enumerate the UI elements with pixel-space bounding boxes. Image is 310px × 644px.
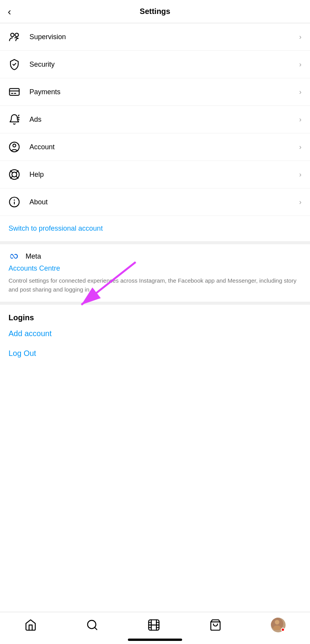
supervision-label: Supervision [29, 33, 299, 41]
menu-item-security[interactable]: Security › [0, 51, 310, 78]
account-label: Account [29, 143, 299, 151]
notification-dot [281, 628, 285, 632]
chevron-icon: › [299, 171, 301, 179]
security-label: Security [29, 60, 299, 69]
nav-home[interactable] [24, 619, 37, 631]
svg-line-16 [17, 177, 18, 178]
about-label: About [29, 198, 299, 206]
menu-item-help[interactable]: Help › [0, 161, 310, 188]
about-icon [9, 196, 26, 208]
chevron-icon: › [299, 33, 301, 41]
payments-label: Payments [29, 88, 299, 96]
logout-link[interactable]: Log Out [9, 349, 301, 358]
ads-label: Ads [29, 116, 299, 124]
svg-point-0 [11, 33, 14, 37]
menu-item-supervision[interactable]: Supervision › [0, 23, 310, 51]
svg-line-23 [95, 627, 97, 630]
svg-line-8 [19, 119, 19, 120]
ads-icon [9, 114, 26, 125]
logins-title: Logins [9, 313, 301, 322]
back-button[interactable]: ‹ [8, 7, 11, 17]
meta-section: Meta Accounts Centre Control settings fo… [0, 244, 310, 305]
svg-point-12 [12, 172, 17, 177]
account-icon [9, 141, 26, 153]
search-icon [86, 619, 98, 631]
menu-item-payments[interactable]: Payments › [0, 78, 310, 106]
help-label: Help [29, 171, 299, 179]
payments-icon [9, 86, 26, 98]
shop-icon [209, 619, 222, 631]
home-indicator [128, 639, 182, 641]
security-icon [9, 59, 26, 70]
chevron-icon: › [299, 143, 301, 151]
svg-line-14 [17, 171, 18, 172]
chevron-icon: › [299, 116, 301, 124]
nav-shop[interactable] [209, 619, 222, 631]
switch-professional-link[interactable]: Switch to professional account [0, 216, 310, 244]
accounts-centre-link[interactable]: Accounts Centre [9, 264, 301, 273]
nav-search[interactable] [86, 619, 98, 631]
svg-point-10 [13, 144, 16, 147]
logins-section: Logins Add account Log Out [0, 305, 310, 358]
meta-description: Control settings for connected experienc… [9, 276, 301, 294]
menu-item-about[interactable]: About › [0, 188, 310, 216]
nav-reels[interactable] [148, 619, 160, 631]
page-title: Settings [140, 7, 170, 16]
chevron-icon: › [299, 88, 301, 96]
menu-item-account[interactable]: Account › [0, 133, 310, 161]
meta-logo-icon [9, 252, 22, 261]
meta-logo-text: Meta [26, 252, 41, 261]
home-icon [24, 619, 37, 631]
chevron-icon: › [299, 60, 301, 69]
settings-menu: Supervision › Security › Payments › [0, 23, 310, 216]
supervision-icon [9, 31, 26, 43]
menu-item-ads[interactable]: Ads › [0, 106, 310, 133]
reels-icon [148, 619, 160, 631]
svg-rect-2 [10, 88, 19, 95]
chevron-icon: › [299, 198, 301, 206]
svg-line-13 [10, 171, 12, 172]
help-icon [9, 169, 26, 180]
add-account-link[interactable]: Add account [9, 329, 301, 338]
svg-line-15 [10, 177, 12, 178]
nav-profile[interactable] [271, 618, 286, 632]
meta-logo-row: Meta [9, 252, 301, 261]
header: ‹ Settings [0, 0, 310, 23]
svg-point-1 [15, 33, 19, 37]
svg-line-7 [19, 115, 19, 116]
svg-point-27 [275, 620, 279, 625]
